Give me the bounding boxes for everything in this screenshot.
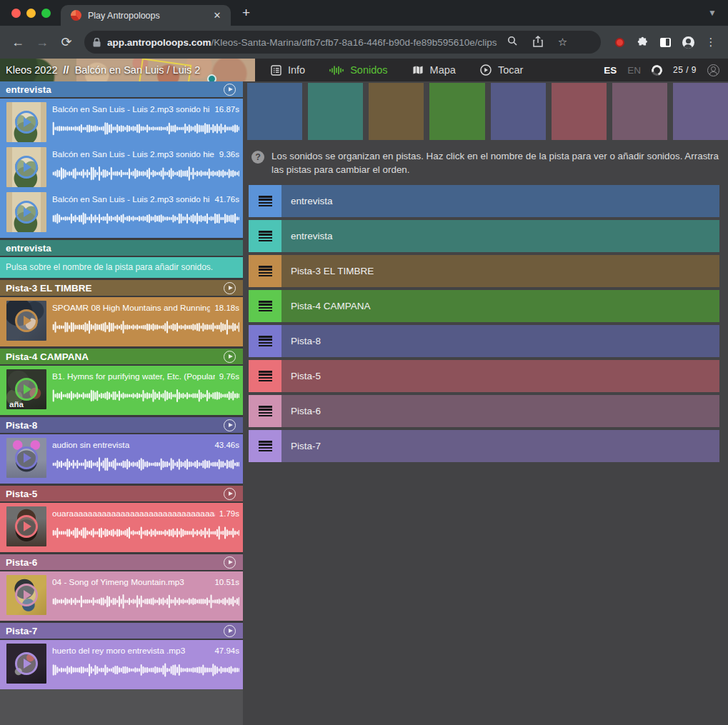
- clip-thumbnail[interactable]: [6, 301, 46, 341]
- clip[interactable]: ouaraaaaaaaaaaaaaaaaaaaaaaaaaaaaaaaaaaaa…: [0, 504, 243, 549]
- account-icon[interactable]: [707, 64, 719, 76]
- clip[interactable]: 04 - Song of Yimeng Mountain.mp310.51s: [0, 573, 243, 618]
- clip-thumbnail[interactable]: [6, 192, 46, 232]
- track-header[interactable]: Pista-5: [0, 486, 243, 501]
- track-play-icon[interactable]: [224, 488, 236, 500]
- minimize-window-button[interactable]: [26, 9, 36, 18]
- track-play-icon[interactable]: [224, 84, 236, 96]
- bookmark-star-icon[interactable]: ☆: [554, 36, 572, 49]
- reload-button[interactable]: ⟳: [56, 31, 77, 53]
- profile-avatar-icon[interactable]: [678, 32, 698, 52]
- fullscreen-window-button[interactable]: [41, 9, 51, 18]
- clip-waveform[interactable]: [52, 594, 239, 609]
- share-icon[interactable]: [529, 36, 547, 49]
- clip-thumbnail[interactable]: aña: [6, 369, 46, 409]
- track-row-entrevista-1[interactable]: entrevista: [249, 185, 719, 217]
- clip-waveform[interactable]: [52, 211, 239, 226]
- close-window-button[interactable]: [11, 9, 21, 18]
- clip[interactable]: audion sin entrevista43.46s: [0, 436, 243, 481]
- track-row-pista-6[interactable]: Pista-6: [249, 395, 719, 427]
- track-row-label[interactable]: entrevista: [281, 185, 719, 217]
- drag-handle[interactable]: [249, 325, 281, 357]
- clip-thumbnail[interactable]: [6, 644, 46, 684]
- clip-play-icon[interactable]: [15, 446, 38, 469]
- track-header[interactable]: Pista-6: [0, 554, 243, 570]
- track-row-label[interactable]: Pista-5: [281, 360, 719, 392]
- clip-thumbnail[interactable]: [6, 438, 46, 478]
- drag-handle[interactable]: [249, 255, 281, 287]
- drag-handle[interactable]: [249, 220, 281, 252]
- lang-es-button[interactable]: ES: [604, 65, 617, 76]
- tab-tocar[interactable]: Tocar: [480, 64, 523, 76]
- browser-tab[interactable]: Play Antropoloops ✕: [61, 5, 231, 26]
- tab-info[interactable]: Info: [271, 64, 305, 76]
- track-row-pista-5[interactable]: Pista-5: [249, 360, 719, 392]
- track-row-label[interactable]: Pista-4 CAMPANA: [281, 290, 719, 322]
- clip-waveform[interactable]: [52, 662, 239, 678]
- address-bar[interactable]: app.antropoloops.com/Kleos-Santa-Marina/…: [84, 31, 601, 54]
- clip-play-icon[interactable]: [15, 378, 38, 401]
- track-play-icon[interactable]: [224, 351, 236, 363]
- browser-menu-icon[interactable]: ⋮: [701, 32, 721, 52]
- clip-waveform[interactable]: [52, 388, 239, 404]
- track-row-label[interactable]: Pista-8: [281, 325, 719, 357]
- drag-handle[interactable]: [249, 290, 281, 322]
- track-row-pista-3[interactable]: Pista-3 EL TIMBRE: [249, 255, 719, 287]
- track-row-label[interactable]: Pista-7: [281, 430, 719, 462]
- track-row-label[interactable]: entrevista: [281, 220, 719, 252]
- clip-thumbnail[interactable]: [6, 147, 46, 187]
- clip[interactable]: huerto del rey moro entrevista .mp347.94…: [0, 641, 243, 686]
- clip-waveform[interactable]: [52, 121, 239, 136]
- track-play-icon[interactable]: [224, 282, 236, 294]
- clip-play-icon[interactable]: [15, 584, 38, 606]
- tab-search-chevron-icon[interactable]: ▼: [708, 8, 717, 18]
- clip-thumbnail[interactable]: [6, 506, 46, 546]
- clip-play-icon[interactable]: [15, 652, 38, 675]
- extensions-puzzle-icon[interactable]: [632, 32, 652, 52]
- clip[interactable]: Balcón en San Luis - Luis 2.mp3 sonido h…: [0, 100, 243, 145]
- clip[interactable]: aña B1. Hymns for purifying water, Etc. …: [0, 367, 243, 412]
- clip-play-icon[interactable]: [15, 156, 38, 179]
- side-panel-icon[interactable]: [655, 32, 675, 52]
- clip-waveform[interactable]: [52, 456, 239, 472]
- zoom-page-icon[interactable]: [504, 36, 522, 49]
- clip-play-icon[interactable]: [15, 515, 38, 538]
- track-play-icon[interactable]: [224, 625, 236, 637]
- clip-play-icon[interactable]: [15, 201, 38, 224]
- track-header[interactable]: Pista-8: [0, 417, 243, 433]
- lang-en-button[interactable]: EN: [627, 65, 641, 76]
- track-row-pista-7[interactable]: Pista-7: [249, 430, 719, 462]
- track-play-icon[interactable]: [224, 556, 236, 569]
- tab-sonidos[interactable]: Sonidos: [329, 64, 387, 76]
- track-row-label[interactable]: Pista-3 EL TIMBRE: [281, 255, 719, 287]
- forward-button[interactable]: →: [31, 31, 53, 53]
- track-row-label[interactable]: Pista-6: [281, 395, 719, 427]
- clip-play-icon[interactable]: [15, 309, 38, 332]
- clip-waveform[interactable]: [52, 319, 239, 335]
- clip-play-icon[interactable]: [15, 111, 38, 134]
- drag-handle[interactable]: [249, 430, 281, 462]
- track-row-pista-4[interactable]: Pista-4 CAMPANA: [249, 290, 719, 322]
- track-header[interactable]: Pista-3 EL TIMBRE: [0, 280, 243, 296]
- track-header[interactable]: Pista-4 CAMPANA: [0, 349, 243, 364]
- clip[interactable]: SPOAMR 08 High Mountains and Running ...…: [0, 299, 243, 344]
- track-row-pista-8[interactable]: Pista-8: [249, 325, 719, 357]
- track-row-entrevista-2[interactable]: entrevista: [249, 220, 719, 252]
- tab-close-icon[interactable]: ✕: [211, 9, 224, 22]
- track-header[interactable]: entrevista: [0, 81, 243, 97]
- drag-handle[interactable]: [249, 185, 281, 217]
- drag-handle[interactable]: [249, 360, 281, 392]
- clip-waveform[interactable]: [52, 525, 239, 541]
- back-button[interactable]: ←: [7, 31, 29, 53]
- clip-thumbnail[interactable]: [6, 575, 46, 615]
- drag-handle[interactable]: [249, 395, 281, 427]
- track-header[interactable]: Pista-7: [0, 623, 243, 639]
- tab-mapa[interactable]: Mapa: [412, 64, 456, 76]
- clip[interactable]: Balcón en San Luis - Luis 2.mp3 sonido h…: [0, 145, 243, 190]
- clip-thumbnail[interactable]: [6, 102, 46, 142]
- track-play-icon[interactable]: [224, 419, 236, 431]
- record-extension-icon[interactable]: [609, 32, 629, 52]
- clip-waveform[interactable]: [52, 166, 239, 181]
- new-tab-button[interactable]: +: [242, 5, 250, 21]
- clip[interactable]: Balcón en San Luis - Luis 2.mp3 sonido h…: [0, 190, 243, 235]
